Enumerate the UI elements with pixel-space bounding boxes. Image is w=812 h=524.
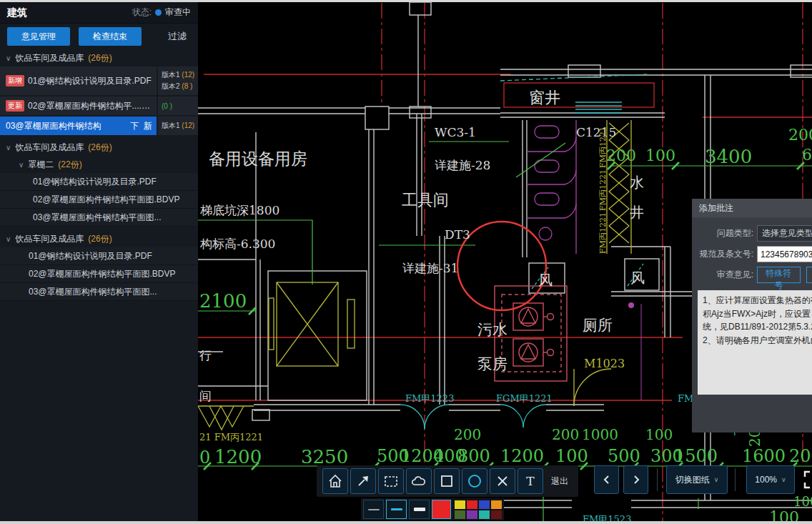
marquee-icon[interactable] bbox=[378, 468, 404, 494]
cad-label: 泵房 bbox=[477, 355, 508, 372]
tree-file-02[interactable]: 更新 02@罩棚屋面构件钢结构平....BDVP (0 ) bbox=[0, 97, 198, 115]
tree-file[interactable]: 01@钢结构设计说明及目录.PDF bbox=[0, 247, 198, 265]
filter-link[interactable]: 过滤 bbox=[168, 30, 191, 43]
cad-label: 200 bbox=[606, 147, 636, 164]
cad-label: FM丙1221 bbox=[598, 169, 608, 211]
zoom-level-dropdown[interactable]: 100% ∨ bbox=[746, 465, 795, 494]
rect-icon[interactable] bbox=[434, 468, 460, 494]
tree-file[interactable]: 03@罩棚屋面构件钢结构平面图... bbox=[0, 209, 198, 227]
cad-label: 风 bbox=[538, 272, 553, 289]
palette-color-swatch[interactable] bbox=[455, 500, 465, 509]
cad-label: 厕所 bbox=[583, 317, 613, 334]
cad-label: 污水 bbox=[477, 321, 508, 338]
palette-color-swatch[interactable] bbox=[491, 500, 502, 509]
circle-icon[interactable] bbox=[462, 468, 487, 494]
status-value: 审查中 bbox=[165, 6, 191, 19]
tree-group-1[interactable]: ∨ 饮品车间及成品库 (26份) bbox=[0, 49, 198, 66]
secondary-button-cut[interactable] bbox=[806, 267, 812, 283]
tree-file[interactable]: 02@罩棚屋面构件钢结构平面图.BDVP bbox=[0, 265, 198, 283]
tree-group-3[interactable]: ∨ 饮品车间及成品库 (26份) bbox=[0, 230, 198, 247]
tree-file[interactable]: 02@罩棚屋面构件钢结构平面图.BDVP bbox=[0, 191, 198, 209]
row-actions[interactable]: 下 新 bbox=[130, 120, 152, 132]
add-annotation-panel: 添加批注 问题类型: 选择意见类型 ∨ 规范及条文号: 审查意见: 特殊符号 1… bbox=[692, 199, 812, 432]
palette-color-swatch[interactable] bbox=[491, 510, 502, 519]
switch-sheet-dropdown[interactable]: 切换图纸 ∨ bbox=[666, 465, 728, 494]
exit-button[interactable]: 退出 bbox=[551, 475, 568, 488]
cad-label: M1023 bbox=[584, 357, 625, 370]
version-column[interactable]: 版本1 (12) 版本2 (8 ) bbox=[157, 66, 198, 95]
updated-badge: 更新 bbox=[6, 100, 24, 112]
sidebar-header: 建筑 状态: 审查中 bbox=[0, 2, 198, 24]
issue-type-select[interactable]: 选择意见类型 ∨ bbox=[757, 225, 812, 242]
cad-label: 间 bbox=[199, 389, 212, 403]
chevron-down-icon: ∨ bbox=[6, 235, 11, 243]
chevron-down-icon: ∨ bbox=[781, 476, 786, 483]
cad-label: FM甲1223 bbox=[405, 393, 454, 404]
sidebar-actions: 意见管理 检查结束 过滤 bbox=[0, 24, 198, 49]
opinion-textarea[interactable]: 1、应计算屋面设置集热器的有 积Ajz当FWX>Ajz时，应设置 统，见DB11… bbox=[698, 290, 812, 395]
palette-color-swatch[interactable] bbox=[467, 510, 477, 519]
line-weight-medium[interactable] bbox=[386, 500, 407, 519]
active-color-swatch[interactable] bbox=[432, 500, 451, 519]
text-icon[interactable]: T bbox=[518, 468, 543, 494]
cad-label: 100 bbox=[555, 446, 588, 466]
cad-label: DT3 bbox=[445, 227, 470, 242]
tree-file[interactable]: 03@罩棚屋面构件钢结构平面图... bbox=[0, 283, 198, 301]
cad-label: 1600 bbox=[742, 446, 786, 466]
cad-label: 6 bbox=[802, 146, 812, 164]
cad-label: 3250 bbox=[301, 446, 348, 468]
cad-label: 行 bbox=[199, 348, 212, 362]
version-column[interactable]: (0 ) bbox=[157, 97, 198, 115]
prev-sheet-button[interactable] bbox=[594, 465, 619, 494]
chevron-down-icon: ∨ bbox=[6, 54, 11, 62]
palette-color-swatch[interactable] bbox=[455, 510, 465, 519]
opinion-manage-button[interactable]: 意见管理 bbox=[7, 27, 70, 46]
tree-group-2[interactable]: ∨ 饮品车间及成品库 (26份) bbox=[0, 139, 198, 156]
cad-label: 0 bbox=[199, 448, 210, 468]
cad-label: 水 bbox=[630, 174, 644, 191]
palette-color-swatch[interactable] bbox=[479, 510, 490, 519]
next-sheet-button[interactable] bbox=[623, 465, 648, 494]
fullscreen-icon[interactable] bbox=[802, 468, 812, 491]
check-finish-button[interactable]: 检查结束 bbox=[79, 27, 142, 46]
cloud-icon[interactable] bbox=[406, 468, 432, 494]
cad-label: 工具间 bbox=[402, 191, 449, 209]
cad-label: 1200 bbox=[500, 446, 544, 466]
style-toolbar bbox=[361, 498, 504, 520]
new-badge: 新增 bbox=[6, 75, 24, 86]
cad-label: FM bbox=[678, 393, 693, 404]
cross-icon[interactable] bbox=[490, 468, 515, 494]
cad-label: 井 bbox=[630, 204, 644, 221]
cad-label: 800 bbox=[457, 446, 490, 466]
home-icon[interactable] bbox=[322, 468, 348, 494]
tree-subgroup[interactable]: ∨ 罩棚二 (22份) bbox=[0, 156, 198, 173]
cad-label: 1200 bbox=[214, 446, 262, 468]
cad-label: 500 bbox=[608, 446, 640, 466]
window-frame-bottom bbox=[0, 521, 812, 524]
divider bbox=[657, 468, 658, 491]
tree-file-03-selected[interactable]: 03@罩棚屋面构件钢结构 下 新 版本1 (12) bbox=[0, 117, 198, 135]
window-frame-top bbox=[0, 0, 812, 2]
tree-file[interactable]: 01@钢结构设计说明及目录.PDF bbox=[0, 173, 198, 191]
version-column[interactable]: 版本1 (12) bbox=[157, 117, 198, 135]
palette-color-swatch[interactable] bbox=[479, 500, 490, 509]
code-label: 规范及条文号: bbox=[698, 248, 753, 260]
cad-label: C1215 bbox=[576, 125, 616, 139]
tree-file-01[interactable]: 新增 01@钢结构设计说明及目录.PDF 版本1 (12) 版本2 (8 ) bbox=[0, 66, 198, 95]
cad-label: 100 bbox=[645, 426, 673, 443]
cad-label: 风 bbox=[630, 270, 645, 287]
line-weight-thin[interactable] bbox=[363, 500, 384, 519]
status-label: 状态: bbox=[132, 6, 152, 19]
cad-label: 2100 bbox=[199, 290, 247, 312]
cad-label: 200 bbox=[789, 446, 812, 466]
line-weight-thick[interactable] bbox=[409, 500, 430, 519]
panel-title: 添加批注 bbox=[692, 199, 812, 217]
cad-label: 200 bbox=[552, 426, 579, 443]
palette-color-swatch[interactable] bbox=[467, 500, 477, 509]
chevron-right-icon bbox=[630, 474, 642, 485]
arrow-icon[interactable] bbox=[350, 468, 376, 494]
chevron-down-icon: ∨ bbox=[714, 476, 719, 483]
special-symbol-button[interactable]: 特殊符号 bbox=[757, 267, 801, 283]
color-palette bbox=[455, 500, 502, 519]
code-input[interactable] bbox=[757, 246, 812, 262]
